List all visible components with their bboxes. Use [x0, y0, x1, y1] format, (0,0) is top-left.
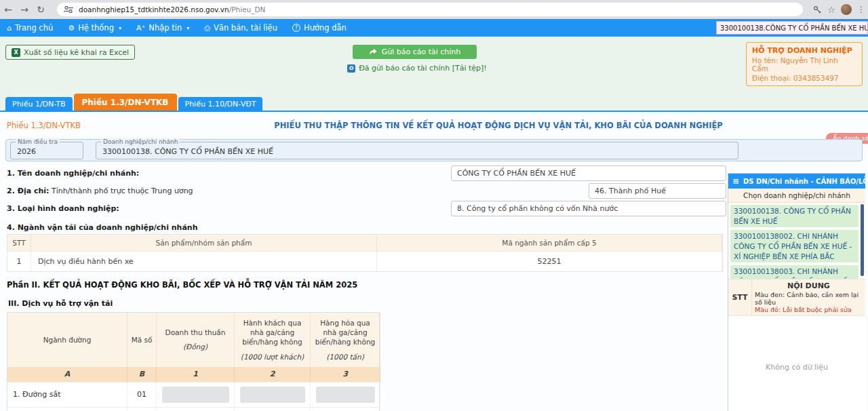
logged-in-user-box[interactable]: 3300100138.CÔNG TY CỔ PHẦN BẾN XE HUẾ [ … — [716, 21, 868, 35]
tab-2-Phi-u-1.10-DN-V-T[interactable]: Phiếu 1.10/DN-VĐT — [178, 97, 263, 111]
sidebar-header-label: DS DN/Chi nhánh - CẢNH BÁO/LỖI — [743, 178, 868, 185]
form-title: PHIẾU THU THẬP THÔNG TIN VỀ KẾT QUẢ HOẠT… — [136, 121, 861, 130]
send-icon — [369, 48, 377, 56]
sidebar-header[interactable]: ≡ DS DN/Chi nhánh - CẢNH BÁO/LỖI — [728, 174, 865, 189]
q2-label: 2. Địa chỉ: Tỉnh/thành phố trực thuộc Tr… — [7, 187, 193, 195]
password-key-icon[interactable] — [813, 5, 822, 14]
nav-item-system[interactable]: ⚙Hệ thống▾ — [68, 23, 121, 33]
url-path: /Phieu_DN — [229, 5, 266, 14]
tab-1-Phi-u-1.3-DN-VTKB[interactable]: Phiếu 1.3/DN-VTKB — [74, 94, 177, 111]
user-enterprise-name: 3300100138.CÔNG TY CỔ PHẦN BẾN XE HUẾ — [720, 24, 868, 32]
survey-year-field[interactable]: Năm điều tra 2026 — [10, 142, 83, 159]
survey-context-box: Năm điều tra 2026 Doanh nghiệp/chi nhánh… — [5, 139, 863, 161]
row-code[interactable]: 52251 — [377, 252, 722, 271]
col-code: Mã ngành sản phẩm cấp 5 — [377, 235, 722, 251]
bookmark-star-icon[interactable]: ☆ — [827, 5, 835, 15]
passengers-input — [240, 387, 305, 403]
col-passengers: Hành khách qua nhà ga/cảng biển/hàng khô… — [235, 313, 311, 367]
tab-bar: Phiếu 1/DN-TBPhiếu 1.3/DN-VTKBPhiếu 1.10… — [5, 94, 262, 111]
nav-item-documents[interactable]: ⎙Văn bản, tài liệu — [204, 23, 277, 33]
sent-status-label: Đã gửi báo cáo tài chính [Tải tệp]! — [359, 64, 486, 73]
col-revenue: Doanh thu thuần(Đồng) — [157, 313, 235, 367]
main-navbar: ⌂Trang chủ⚙Hệ thống▾A⁺Nhập tin▾⎙Văn bản,… — [0, 19, 868, 37]
list-scrollbar[interactable] — [861, 204, 864, 276]
excel-icon: X — [12, 48, 20, 57]
back-icon[interactable]: ← — [0, 4, 16, 15]
revenue-input — [162, 387, 229, 403]
col-cargo: Hàng hóa qua nhà ga/cảng biển/hàng không… — [311, 313, 380, 367]
row-product[interactable]: Dịch vụ điều hành bến xe — [31, 252, 377, 271]
support-name: Họ tên: Nguyễn Thị Linh Cẩm — [752, 56, 856, 73]
tab-0-Phi-u-1-DN-TB[interactable]: Phiếu 1/DN-TB — [5, 97, 73, 111]
enterprise-list: 3300100138. CÔNG TY CỔ PHẦN BẾN XE HUẾ33… — [728, 203, 865, 279]
col-code: Mã số — [127, 313, 157, 367]
enterprise-name-input[interactable]: CÔNG TY CỔ PHẦN BẾN XE HUẾ — [451, 165, 726, 181]
chrome-menu-icon[interactable]: ⋮ — [857, 5, 865, 14]
sheet-code-label: Phiếu 1.3/DN-VTKB — [7, 121, 81, 130]
chevron-down-icon: ▾ — [186, 25, 189, 31]
nav-item-label: Trang chủ — [15, 23, 53, 33]
part2-heading: Phần II. KẾT QUẢ HOẠT ĐỘNG KHO BÃI, BỐC … — [7, 280, 357, 290]
sent-status-line[interactable]: O Đã gửi báo cáo tài chính [Tải tệp]! — [339, 64, 495, 73]
industry-table: STT Sản phẩm/nhóm sản phẩm Mã ngành sản … — [7, 234, 723, 272]
survey-year-value: 2026 — [17, 147, 36, 156]
export-excel-label: Xuất số liệu kê khai ra Excel — [24, 48, 129, 57]
nav-item-home[interactable]: ⌂Trang chủ — [7, 23, 53, 33]
col-industry: Ngành đường — [7, 313, 127, 367]
enterprise-select-value: 3300100138. CÔNG TY CỔ PHẦN BẾN XE HUẾ — [102, 147, 273, 156]
warning-sidebar: ≡ DS DN/Chi nhánh - CẢNH BÁO/LỖI Chọn do… — [728, 173, 865, 411]
site-info-icon[interactable] — [64, 6, 73, 13]
enterprise-list-item-2[interactable]: 3300100138003. CHI NHÁNH CÔNG TY CỔ PHẦN… — [730, 265, 859, 279]
url-domain: doanhnghiep15_tdtkinhte2026.nso.gov.vn — [79, 5, 229, 14]
q2-sublabel: Tỉnh/thành phố trực thuộc Trung ương — [49, 187, 193, 195]
font-size-icon: A⁺ — [136, 24, 145, 33]
nav-menu: ⌂Trang chủ⚙Hệ thống▾A⁺Nhập tin▾⎙Văn bản,… — [0, 23, 347, 33]
q4-label: 4. Ngành vận tải của doanh nghiệp/chi nh… — [7, 223, 198, 232]
enterprise-type-input[interactable]: 8. Công ty cổ phần không có vốn Nhà nước — [451, 201, 726, 216]
forward-icon[interactable]: → — [16, 4, 33, 15]
transport-table-header: Ngành đường Mã số Doanh thu thuần(Đồng) … — [7, 313, 379, 367]
address-bar[interactable]: doanhnghiep15_tdtkinhte2026.nso.gov.vn/P… — [57, 3, 803, 16]
transport-table-index-row: A B 1 2 3 — [7, 367, 379, 382]
question-icon: ? — [292, 24, 300, 32]
row-name: 2. Đường bộ — [7, 408, 127, 411]
row-stt: 1 — [7, 252, 31, 271]
chevron-down-icon: ▾ — [119, 25, 121, 31]
transport-support-table: Ngành đường Mã số Doanh thu thuần(Đồng) … — [7, 312, 380, 411]
q3-label: 3. Loại hình doanh nghiệp: — [7, 204, 119, 213]
export-excel-button[interactable]: X Xuất số liệu kê khai ra Excel — [5, 45, 135, 60]
row-code: 01 — [127, 383, 157, 407]
transport-row-01: 1. Đường sắt01 — [7, 382, 379, 407]
file-sent-icon: O — [347, 64, 355, 73]
row-name: 1. Đường sắt — [7, 383, 127, 407]
nav-item-label: Hệ thống — [78, 23, 114, 33]
transport-row-02: 2. Đường bộ022.922.120.01497.6000 — [7, 407, 379, 411]
support-info-box: HỖ TRỢ DOANH NGHIỆP Họ tên: Nguyễn Thị L… — [746, 42, 863, 86]
home-icon: ⌂ — [7, 24, 12, 33]
hamburger-icon[interactable]: ≡ — [732, 176, 739, 186]
page-body: X Xuất số liệu kê khai ra Excel Gửi báo … — [0, 37, 868, 411]
industry-table-row: 1 Dịch vụ điều hành bến xe 52251 — [7, 251, 722, 271]
nav-item-data-entry[interactable]: A⁺Nhập tin▾ — [136, 23, 189, 33]
error-col-content: NỘI DUNG — [752, 279, 865, 290]
choose-enterprise-label[interactable]: Chọn doanh nghiệp/chi nhánh — [728, 189, 865, 203]
enterprise-select-field[interactable]: Doanh nghiệp/chi nhánh 3300100138. CÔNG … — [96, 142, 738, 159]
send-report-label: Gửi báo cáo tài chính — [382, 47, 461, 56]
avatar[interactable] — [841, 4, 852, 15]
document-icon: ⎙ — [204, 24, 210, 33]
enterprise-select-label: Doanh nghiệp/chi nhánh — [101, 138, 180, 145]
no-data-label: Không có dữ liệu — [728, 316, 865, 411]
nav-item-guide[interactable]: ?Hướng dẫn — [292, 23, 347, 33]
col-stt: STT — [7, 235, 31, 251]
province-input[interactable]: 46. Thành phố Huế — [589, 183, 726, 199]
nav-item-label: Nhập tin — [149, 23, 182, 33]
enterprise-list-item-0[interactable]: 3300100138. CÔNG TY CỔ PHẦN BẾN XE HUẾ — [730, 205, 859, 227]
browser-toolbar: ← → ↻ doanhnghiep15_tdtkinhte2026.nso.go… — [0, 0, 868, 19]
industry-table-header: STT Sản phẩm/nhóm sản phẩm Mã ngành sản … — [7, 235, 722, 251]
support-phone: Điện thoại: 0343853497 — [752, 74, 856, 82]
enterprise-list-item-1[interactable]: 3300100138002. CHI NHÁNH CÔNG TY CỔ PHẦN… — [730, 230, 859, 262]
send-financial-report-button[interactable]: Gửi báo cáo tài chính — [353, 45, 477, 59]
reload-icon[interactable]: ↻ — [33, 4, 49, 15]
survey-year-label: Năm điều tra — [16, 138, 60, 145]
q1-label: 1. Tên doanh nghiệp/chi nhánh: — [7, 169, 139, 178]
